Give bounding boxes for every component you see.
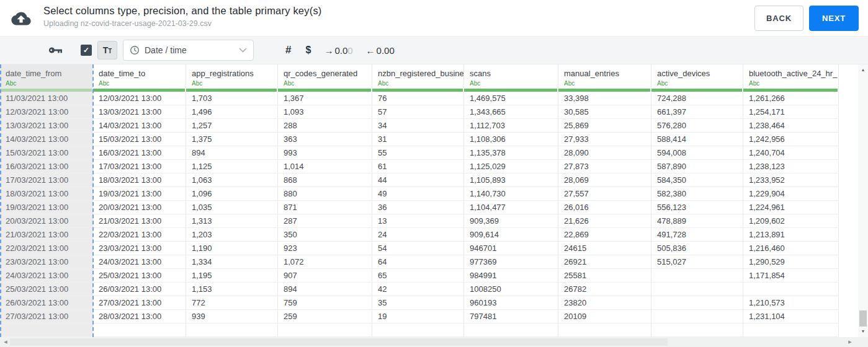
table-cell[interactable]: 909,369 [464, 214, 558, 228]
table-cell[interactable]: 259 [278, 310, 372, 323]
table-cell[interactable] [186, 323, 278, 337]
column-header[interactable]: date_time_fromAbc [0, 64, 93, 92]
table-cell[interactable]: 20/03/2021 13:00 [93, 201, 186, 214]
table-cell[interactable]: 587,890 [651, 160, 743, 174]
table-cell[interactable]: 19 [372, 310, 464, 323]
table-cell[interactable]: 1,469,575 [464, 92, 558, 105]
table-cell[interactable]: 1,238,123 [743, 160, 839, 174]
scroll-up-arrow-icon[interactable]: ▲ [858, 66, 868, 74]
table-cell[interactable]: 894 [186, 146, 278, 160]
column-type-dropdown[interactable]: Date / time [123, 40, 254, 61]
table-cell[interactable]: 1,209,602 [743, 214, 839, 228]
table-cell[interactable]: 55 [372, 146, 464, 160]
table-cell[interactable]: 907 [278, 269, 372, 283]
table-cell[interactable]: 18/03/2021 13:00 [93, 174, 186, 187]
table-cell[interactable]: 24/03/2021 13:00 [0, 269, 93, 283]
table-cell[interactable]: 939 [186, 310, 278, 323]
table-cell[interactable] [651, 283, 743, 296]
column-header[interactable]: manual_entriesAbc [558, 64, 651, 92]
table-cell[interactable]: 1,343,665 [464, 105, 558, 119]
table-cell[interactable]: 20109 [558, 310, 651, 323]
table-cell[interactable]: 894 [278, 283, 372, 296]
table-cell[interactable]: 1,135,378 [464, 146, 558, 160]
table-cell[interactable]: 868 [278, 174, 372, 187]
table-cell[interactable]: 1,703 [186, 92, 278, 105]
table-cell[interactable]: 576,280 [651, 119, 743, 133]
table-cell[interactable]: 12/03/2021 13:00 [0, 105, 93, 119]
table-cell[interactable]: 22/03/2021 13:00 [0, 242, 93, 255]
table-cell[interactable]: 22/03/2021 13:00 [93, 228, 186, 242]
table-cell[interactable] [278, 323, 372, 337]
table-cell[interactable]: 1,171,854 [743, 269, 839, 283]
table-cell[interactable]: 880 [278, 187, 372, 201]
table-cell[interactable]: 287 [278, 214, 372, 228]
column-header[interactable]: scansAbc [464, 64, 558, 92]
table-cell[interactable]: 13/03/2021 13:00 [93, 105, 186, 119]
table-cell[interactable]: 21,626 [558, 214, 651, 228]
table-cell[interactable] [372, 323, 464, 337]
table-cell[interactable]: 76 [372, 92, 464, 105]
column-header[interactable]: date_time_toAbc [93, 64, 186, 92]
table-cell[interactable]: 984991 [464, 269, 558, 283]
scroll-left-arrow-icon[interactable]: ◀ [1, 337, 10, 347]
table-cell[interactable]: 35 [372, 296, 464, 310]
table-cell[interactable]: 993 [278, 146, 372, 160]
table-cell[interactable]: 30,585 [558, 105, 651, 119]
table-cell[interactable]: 1,104,477 [464, 201, 558, 214]
horizontal-scrollbar-thumb[interactable] [10, 338, 668, 346]
table-cell[interactable]: 26782 [558, 283, 651, 296]
table-cell[interactable]: 1,334 [186, 255, 278, 269]
vertical-scrollbar[interactable]: ▲ ▼ [858, 64, 868, 337]
table-cell[interactable]: 11/03/2021 13:00 [0, 92, 93, 105]
table-cell[interactable]: 1,153 [186, 283, 278, 296]
table-cell[interactable]: 15/03/2021 13:00 [0, 146, 93, 160]
scroll-down-arrow-icon[interactable]: ▼ [858, 327, 868, 336]
table-cell[interactable]: 54 [372, 242, 464, 255]
table-cell[interactable]: 871 [278, 201, 372, 214]
table-cell[interactable]: 1,140,730 [464, 187, 558, 201]
table-cell[interactable]: 61 [372, 160, 464, 174]
table-cell[interactable]: 661,397 [651, 105, 743, 119]
table-cell[interactable]: 1,096 [186, 187, 278, 201]
table-cell[interactable]: 65 [372, 269, 464, 283]
table-cell[interactable]: 34 [372, 119, 464, 133]
table-cell[interactable]: 363 [278, 133, 372, 146]
table-cell[interactable]: 25,869 [558, 119, 651, 133]
table-cell[interactable]: 350 [278, 228, 372, 242]
table-cell[interactable]: 1,233,952 [743, 174, 839, 187]
column-header[interactable]: qr_codes_generatedAbc [278, 64, 372, 92]
table-cell[interactable]: 772 [186, 296, 278, 310]
table-cell[interactable]: 16/03/2021 13:00 [0, 160, 93, 174]
table-cell[interactable] [93, 323, 186, 337]
table-cell[interactable] [743, 283, 839, 296]
table-cell[interactable]: 22,869 [558, 228, 651, 242]
table-cell[interactable]: 49 [372, 187, 464, 201]
table-cell[interactable]: 909,614 [464, 228, 558, 242]
back-button[interactable]: BACK [754, 6, 803, 31]
table-cell[interactable]: 25581 [558, 269, 651, 283]
scroll-right-arrow-icon[interactable]: ▶ [846, 337, 854, 347]
table-cell[interactable]: 1,257 [186, 119, 278, 133]
table-cell[interactable]: 1,290,529 [743, 255, 839, 269]
table-cell[interactable]: 556,123 [651, 201, 743, 214]
table-cell[interactable]: 1,224,961 [743, 201, 839, 214]
table-cell[interactable]: 19/03/2021 13:00 [0, 201, 93, 214]
table-cell[interactable]: 42 [372, 283, 464, 296]
table-cell[interactable]: 1,105,893 [464, 174, 558, 187]
table-cell[interactable]: 28,090 [558, 146, 651, 160]
table-cell[interactable]: 14/03/2021 13:00 [0, 133, 93, 146]
table-cell[interactable]: 12/03/2021 13:00 [93, 92, 186, 105]
column-header[interactable]: nzbn_registered_busineAbc [372, 64, 464, 92]
table-cell[interactable]: 923 [278, 242, 372, 255]
table-cell[interactable]: 44 [372, 174, 464, 187]
table-cell[interactable]: 1,125 [186, 160, 278, 174]
table-cell[interactable]: 14/03/2021 13:00 [93, 119, 186, 133]
table-cell[interactable]: 28/03/2021 13:00 [93, 310, 186, 323]
table-cell[interactable]: 21/03/2021 13:00 [93, 214, 186, 228]
table-cell[interactable]: 1,496 [186, 105, 278, 119]
table-cell[interactable]: 17/03/2021 13:00 [0, 174, 93, 187]
table-cell[interactable]: 16/03/2021 13:00 [93, 146, 186, 160]
table-cell[interactable]: 588,414 [651, 133, 743, 146]
table-cell[interactable]: 1,063 [186, 174, 278, 187]
next-button[interactable]: NEXT [809, 6, 859, 31]
